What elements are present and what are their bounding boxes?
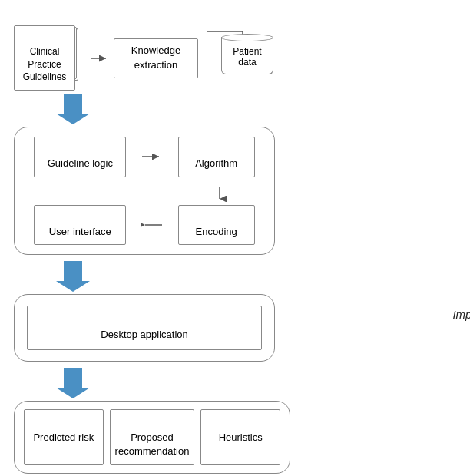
algorithm-box: Algorithm (178, 137, 255, 177)
arrow-enc-to-ui (141, 218, 164, 232)
knowledge-extraction-label: Knowledge extraction (131, 44, 180, 71)
guideline-logic-label: Guideline logic (48, 157, 113, 169)
big-arrow-3 (42, 366, 104, 398)
implementation-box: Desktop application (14, 294, 275, 362)
clinical-guidelines-box: Clinical Practice Guidelines (14, 25, 75, 91)
arrow-impl-to-eval (42, 366, 470, 401)
encoding-box: Encoding (178, 205, 255, 245)
svg-marker-6 (56, 261, 90, 292)
user-interface-label: User interface (49, 226, 111, 237)
desktop-app-label: Desktop application (101, 329, 187, 340)
clinical-guidelines-label: Clinical Practice Guidelines (23, 46, 67, 83)
patient-data-cylinder: Patient data (221, 34, 273, 74)
heuristics-box: Heuristics (200, 409, 280, 465)
svg-marker-2 (56, 94, 90, 124)
algorithm-label: Algorithm (195, 157, 237, 169)
big-arrow-2 (42, 259, 104, 292)
big-arrow-1 (42, 92, 104, 124)
proposed-recommendation-label: Proposed recommendation (115, 431, 190, 457)
arrow-analysis-to-design (42, 92, 470, 127)
svg-marker-7 (56, 368, 90, 398)
predicted-risk-label: Predicted risk (33, 431, 94, 443)
proposed-recommendation-box: Proposed recommendation (110, 409, 195, 465)
design-box: Guideline logic Algorithm (14, 127, 275, 255)
diagram: Clinical Practice Guidelines Knowledge e… (0, 0, 470, 476)
arrow-gl-to-alg (141, 150, 164, 164)
desktop-app-box: Desktop application (27, 306, 262, 350)
arrow-guidelines-to-ke (89, 51, 111, 65)
user-interface-box: User interface (34, 205, 126, 245)
evaluation-box: Predicted risk Proposed recommendation H… (14, 401, 290, 474)
encoding-label: Encoding (196, 226, 237, 237)
guideline-logic-box: Guideline logic (34, 137, 126, 177)
heuristics-label: Heuristics (219, 431, 263, 443)
predicted-risk-box: Predicted risk (24, 409, 104, 465)
knowledge-extraction-box: Knowledge extraction (114, 38, 198, 78)
arrow-alg-down (213, 185, 227, 202)
patient-data-label: Patient data (233, 46, 261, 68)
arrow-design-to-impl (42, 259, 470, 294)
implementation-label: Implementation (452, 308, 470, 321)
